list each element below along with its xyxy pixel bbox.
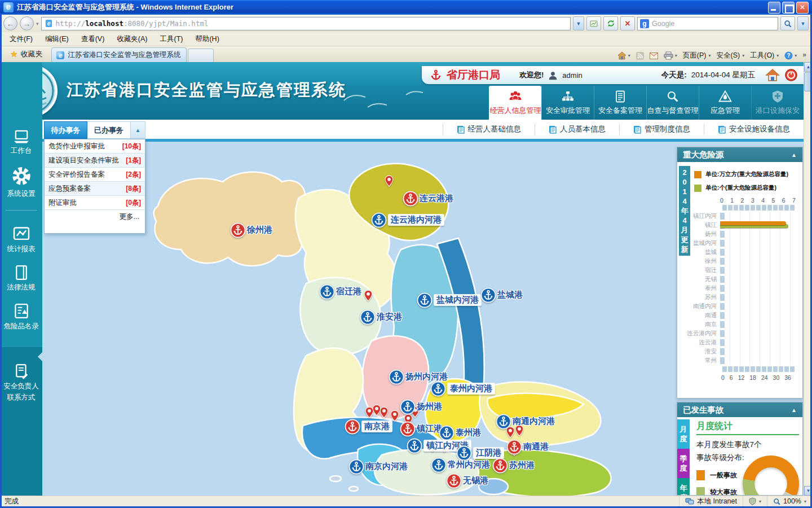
home-dropdown-icon[interactable]: ▾ xyxy=(628,53,630,58)
sidebar-item-laws[interactable]: 法律法规 xyxy=(0,264,42,292)
book-icon xyxy=(13,264,30,281)
mail-button[interactable] xyxy=(650,52,658,59)
hazard-chart-row: 苏州 xyxy=(677,293,800,302)
page-menu-button[interactable]: 页面(P)▾ xyxy=(683,51,711,60)
sidebar-item-reports[interactable]: 统计报表 xyxy=(0,226,42,254)
window-titlebar[interactable]: e 江苏省港口安全监管与应急管理系统 - Windows Internet Ex… xyxy=(0,0,812,15)
menu-item[interactable]: 工具(T) xyxy=(155,33,188,46)
logout-power-icon[interactable] xyxy=(784,68,798,82)
hazard-panel-header[interactable]: 重大危险源 ▲ xyxy=(677,147,802,162)
print-dropdown-icon[interactable]: ▾ xyxy=(675,53,677,58)
task-list-item[interactable]: 安全评价报告备案 [2条] xyxy=(45,168,145,182)
nav-item-inspection[interactable]: 自查与督查管理 xyxy=(646,86,699,120)
forward-button[interactable]: → xyxy=(20,16,34,30)
axis-tick-label: 3 xyxy=(751,197,754,204)
mail-icon xyxy=(650,52,658,59)
search-go-button[interactable] xyxy=(780,16,795,30)
username[interactable]: admin xyxy=(562,71,582,80)
compatibility-button[interactable] xyxy=(586,16,601,30)
menu-item[interactable]: 文件(F) xyxy=(5,33,38,46)
tools-menu-button[interactable]: 工具(O)▾ xyxy=(750,51,779,60)
task-list-item[interactable]: 危货作业申报审批 [10条] xyxy=(45,139,145,154)
port-label: 南通内河港 xyxy=(513,416,555,427)
status-bar: 完成 本地 Intranet ▾ 100% ▾ xyxy=(0,496,812,506)
search-input[interactable]: g Google xyxy=(637,17,778,30)
home-shortcut-icon[interactable] xyxy=(765,68,780,82)
task-list-item[interactable]: 附证审批 [0条] xyxy=(45,196,145,210)
hazard-chart-row: 连云港 xyxy=(677,338,800,347)
period-tab[interactable]: 年 度 xyxy=(677,478,690,496)
subnav-item[interactable]: 管理制度信息 xyxy=(619,124,704,135)
menu-item[interactable]: 帮助(H) xyxy=(190,33,224,46)
emergency-triangle-icon xyxy=(718,90,732,103)
search-options-button[interactable]: ▼ xyxy=(797,16,809,30)
task-list-item[interactable]: 建设项目安全条件审批 [1条] xyxy=(45,154,145,168)
zoom-dropdown-icon: ▾ xyxy=(804,499,806,504)
status-text: 完成 xyxy=(0,497,679,506)
sub-nav: 经营人基础信息 人员基本信息 管理制度信息 安全设施设备信息 xyxy=(42,120,804,139)
subnav-item[interactable]: 经营人基础信息 xyxy=(443,124,535,135)
period-tab[interactable]: 月 度 xyxy=(677,419,690,449)
help-button[interactable]: ? ▾ xyxy=(784,51,797,60)
favorites-button[interactable]: ★ 收藏夹 xyxy=(3,47,49,61)
port-label: 镇江港 xyxy=(417,423,442,434)
feeds-button[interactable] xyxy=(636,52,644,60)
history-dropdown-icon[interactable]: ▾ xyxy=(36,21,39,27)
menu-item[interactable]: 收藏夹(A) xyxy=(112,33,152,46)
nav-item-safety-approval[interactable]: 安全审批管理 xyxy=(541,86,594,120)
nav-item-safety-record[interactable]: 安全备案管理 xyxy=(594,86,646,120)
print-button[interactable]: ▾ xyxy=(664,51,677,60)
url-input[interactable]: e http://localhost:8080/yjpt/Main.html xyxy=(41,17,571,30)
minimize-button[interactable] xyxy=(768,2,780,14)
browser-tab[interactable]: e 江苏省港口安全监管与应急管理系统 xyxy=(51,47,187,62)
hazard-plot-cell xyxy=(720,329,793,338)
home-button[interactable]: ▾ xyxy=(617,51,630,60)
stop-button[interactable]: × xyxy=(620,16,635,30)
refresh-button[interactable] xyxy=(603,16,618,30)
url-dropdown-button[interactable]: ▼ xyxy=(573,16,584,30)
task-list-item[interactable]: 应急预案备案 [8条] xyxy=(45,182,145,196)
collapse-arrow-icon[interactable] xyxy=(38,352,43,362)
more-link[interactable]: 更多... xyxy=(45,210,145,224)
nav-item-emergency[interactable]: 应急管理 xyxy=(699,86,751,120)
tab-done-tasks[interactable]: 已办事务 xyxy=(87,121,131,139)
anchor-icon xyxy=(447,474,462,489)
hazard-plot-cell xyxy=(720,320,793,329)
new-tab-button[interactable] xyxy=(188,49,214,62)
subnav-item[interactable]: 安全设施设备信息 xyxy=(704,124,804,135)
chevron-double-icon[interactable]: » xyxy=(802,51,806,59)
period-tab[interactable]: 季 度 xyxy=(677,449,690,478)
maximize-button[interactable] xyxy=(782,2,795,14)
sidebar-item-settings[interactable]: 系统设置 xyxy=(0,165,42,199)
bureau-name[interactable]: 省厅港口局 xyxy=(447,68,500,82)
svg-text:?: ? xyxy=(787,52,791,59)
safety-menu-button[interactable]: 安全(S)▾ xyxy=(717,51,745,60)
anchor-icon xyxy=(496,414,511,430)
zoom-control[interactable]: 100% ▾ xyxy=(767,496,812,506)
subnav-item[interactable]: 人员基本信息 xyxy=(535,124,619,135)
port-label: 南通港 xyxy=(523,441,549,452)
menu-item[interactable]: 编辑(E) xyxy=(40,33,74,46)
task-count-badge: [2条] xyxy=(126,170,141,179)
port-label: 泰州港 xyxy=(456,427,481,438)
sidebar-item-workbench[interactable]: 工作台 xyxy=(0,129,42,156)
menu-item[interactable]: 查看(V) xyxy=(76,33,110,46)
hazard-chart-row: 扬州 xyxy=(677,230,800,239)
nav-item-port-security[interactable]: 港口设施保安 xyxy=(751,86,804,120)
protected-mode-button[interactable]: ▾ xyxy=(743,496,767,506)
accident-panel-header[interactable]: 已发生事故 ▲ xyxy=(677,402,802,417)
sidebar-bottom-section[interactable]: 安全负责人 联系方式 xyxy=(0,347,42,496)
nav-item-operator-info[interactable]: 经营人信息管理 xyxy=(489,86,541,120)
sidebar-item-dangerous-goods[interactable]: 危险品名录 xyxy=(0,302,42,331)
port-label: 徐州港 xyxy=(247,225,272,235)
help-dropdown-icon: ▾ xyxy=(795,53,797,58)
sidebar-item-safety-contacts[interactable]: 安全负责人 联系方式 xyxy=(0,363,42,402)
close-button[interactable]: ✕ xyxy=(796,2,809,14)
app-header: 江苏省港口安全监管与应急管理系统 省厅港口局 欢迎您! admin 今天是: 2… xyxy=(0,62,804,120)
panel-collapse-icon[interactable]: ▲ xyxy=(791,407,797,413)
task-collapse-button[interactable]: ▲ xyxy=(131,121,145,139)
back-button[interactable]: ← xyxy=(3,16,17,30)
panel-collapse-icon[interactable]: ▲ xyxy=(791,152,797,158)
tab-pending-tasks[interactable]: 待办事务 xyxy=(44,121,87,139)
hazard-category-label: 徐州 xyxy=(677,257,720,265)
